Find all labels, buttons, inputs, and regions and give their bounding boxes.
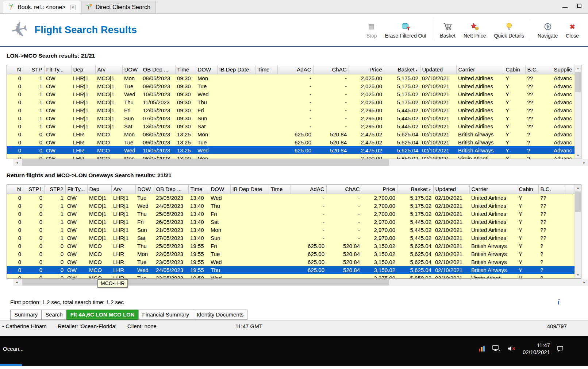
close-button[interactable]: ✖ Close	[562, 22, 583, 39]
result-row[interactable]: 001OWMCO|1LHR|1Tue23/05/202313:40Wed--2,…	[7, 194, 574, 202]
network-icon[interactable]	[492, 345, 501, 352]
scroll-up-icon[interactable]: ▲	[575, 65, 581, 71]
column-header-price[interactable]: Price	[349, 65, 384, 74]
column-header-basket[interactable]: Basket▼	[384, 65, 420, 74]
scroll-down-icon[interactable]: ▼	[575, 272, 581, 278]
result-row[interactable]: 000OWMCOLHRTue23/05/202319:55Wed625.0052…	[7, 258, 574, 266]
scroll-left-icon[interactable]: ◄	[13, 159, 20, 166]
column-header-price[interactable]: Price	[362, 185, 397, 194]
column-header-n[interactable]: N	[7, 65, 23, 74]
scroll-right-icon[interactable]: ►	[581, 159, 588, 166]
column-header-arv[interactable]: Arv	[111, 185, 135, 194]
tab-summary[interactable]: Summary	[10, 310, 42, 320]
chart-tray-icon[interactable]	[478, 345, 485, 352]
scrollbar-thumb[interactable]	[22, 159, 389, 166]
column-header-n[interactable]: N	[7, 185, 23, 194]
column-header-dow[interactable]: DOW	[196, 65, 217, 74]
minimize-button[interactable]	[562, 4, 568, 8]
result-row[interactable]: 00OWLHRMCOMon08/05/202313:25Mon625.00520…	[7, 130, 574, 138]
action-center-icon[interactable]	[557, 345, 564, 352]
column-header-chac[interactable]: ChAC	[326, 185, 362, 194]
column-header-dow[interactable]: DOW	[209, 185, 230, 194]
column-header-time[interactable]: Time	[255, 65, 277, 74]
column-header-cabin[interactable]: Cabin	[517, 185, 538, 194]
column-header-basket[interactable]: Basket▼	[397, 185, 433, 194]
column-header-time[interactable]: Time	[269, 185, 291, 194]
column-header-flt-ty-[interactable]: Flt Ty...	[44, 65, 71, 74]
column-header-carrier[interactable]: Carrier	[469, 185, 517, 194]
column-header-dow[interactable]: DOW	[135, 185, 154, 194]
column-header-cabin[interactable]: Cabin	[504, 65, 525, 74]
column-header-adac[interactable]: AdAC	[277, 65, 313, 74]
taskbar-clock[interactable]: 11:47 02/10/2021	[523, 342, 550, 356]
tab-financial-summary[interactable]: Financial Summary	[138, 310, 193, 320]
tab-direct-clients-search[interactable]: Direct Clients Search	[81, 1, 155, 13]
scrollbar-thumb[interactable]	[575, 72, 581, 92]
basket-button[interactable]: Basket	[436, 22, 460, 39]
erase-filtered-out-button[interactable]: Erase Filtered Out	[381, 22, 431, 39]
column-header-flt-ty-[interactable]: Flt Ty...	[65, 185, 87, 194]
column-header-ib-dep-date[interactable]: IB Dep Date	[217, 65, 255, 74]
result-row[interactable]: 001OWMCO|1LHR|1Sat27/05/202313:40Sun--2,…	[7, 234, 574, 242]
result-row[interactable]: 000OWMCOLHRTue23/05/202319:50Wed--3,375.…	[7, 274, 574, 278]
result-row[interactable]: 00OWLHRMCOWed10/05/202313:25Wed625.00520…	[7, 146, 574, 154]
result-row[interactable]: 00OWLHRMCOMon08/05/202313:00Mon--2,700.0…	[7, 154, 574, 159]
scroll-right-icon[interactable]: ►	[581, 279, 588, 286]
tab-flight-results[interactable]: Flt 4A,6C LON MCO LON	[66, 310, 139, 320]
column-header-ob-dep-[interactable]: OB Dep ...	[154, 185, 188, 194]
horizontal-scrollbar[interactable]: ◄ ►	[13, 159, 588, 166]
column-header-updated[interactable]: Updated	[420, 65, 456, 74]
column-header-stp[interactable]: STP	[23, 65, 44, 74]
result-row[interactable]: 01OWLHR|1MCO|1Tue09/05/202309:30Tue--2,0…	[7, 82, 574, 90]
taskbar-app-button[interactable]: Ocean...	[0, 341, 24, 357]
column-header-dep[interactable]: Dep	[87, 185, 111, 194]
column-header-dow[interactable]: DOW	[122, 65, 141, 74]
result-row[interactable]: 001OWMCO|1LHR|1Thu25/05/202313:40Fri--2,…	[7, 210, 574, 218]
result-row[interactable]: 001OWMCO|1LHR|1Wed24/05/202313:40Thu--2,…	[7, 202, 574, 210]
tab-close-icon[interactable]: ✕	[70, 5, 76, 10]
volume-muted-icon[interactable]	[507, 345, 516, 352]
column-header-stp1[interactable]: STP1	[23, 185, 44, 194]
column-header-time[interactable]: Time	[175, 65, 196, 74]
result-row[interactable]: 01OWLHR|1MCO|1Sat13/05/202309:30Sat--2,2…	[7, 122, 574, 130]
vertical-scrollbar[interactable]: ▲ ▼	[574, 65, 581, 159]
quick-details-button[interactable]: Quick Details	[490, 22, 528, 39]
maximize-button[interactable]	[577, 4, 581, 8]
column-header-b-c-[interactable]: B.C.	[525, 65, 552, 74]
column-header-ib-dep-date[interactable]: IB Dep Date	[230, 185, 269, 194]
nett-price-button[interactable]: Nett Price	[460, 22, 490, 39]
navigate-button[interactable]: Navigate	[534, 22, 562, 39]
result-row[interactable]: 01OWLHR|1MCO|1Wed10/05/202309:30Wed--2,0…	[7, 90, 574, 98]
result-row[interactable]: 00OWLHRMCOTue09/05/202313:25Tue625.00520…	[7, 138, 574, 146]
column-header-b-c-[interactable]: B.C.	[538, 185, 565, 194]
column-header-time[interactable]: Time	[188, 185, 209, 194]
column-header-carrier[interactable]: Carrier	[456, 65, 504, 74]
result-row[interactable]: 01OWLHR|1MCO|1Thu11/05/202309:30Thu--2,0…	[7, 98, 574, 106]
result-row[interactable]: 01OWLHR|1MCO|1Mon08/05/202309:30Mon--2,0…	[7, 74, 574, 82]
scrollbar-thumb[interactable]	[575, 191, 581, 212]
result-row[interactable]: 000OWMCOLHRMon22/05/202319:55Tue625.0052…	[7, 250, 574, 258]
column-header-arv[interactable]: Arv	[95, 65, 122, 74]
tab-search[interactable]: Search	[41, 310, 67, 320]
column-header-ob-dep-[interactable]: OB Dep ...	[141, 65, 175, 74]
tab-identity-documents[interactable]: Identity Documents	[193, 310, 247, 320]
result-row[interactable]: 001OWMCO|1LHR|1Fri26/05/202313:40Sat--2,…	[7, 218, 574, 226]
scroll-down-icon[interactable]: ▼	[575, 152, 581, 159]
info-icon[interactable]: i	[557, 298, 560, 306]
column-header-dep[interactable]: Dep	[71, 65, 95, 74]
column-header-blank[interactable]	[565, 185, 574, 194]
column-header-updated[interactable]: Updated	[433, 185, 469, 194]
result-row[interactable]: 001OWMCO|1LHR|1Sun21/05/202313:40Mon--2,…	[7, 226, 574, 234]
column-header-stp2[interactable]: STP2	[44, 185, 65, 194]
column-header-chac[interactable]: ChAC	[313, 65, 349, 74]
result-row[interactable]: 01OWLHR|1MCO|1Fri12/05/202309:30Fri--2,2…	[7, 106, 574, 114]
scroll-left-icon[interactable]: ◄	[13, 279, 20, 286]
result-row[interactable]: 01OWLHR|1MCO|1Sun07/05/202309:30Sun--2,2…	[7, 114, 574, 122]
scrollbar-thumb[interactable]	[22, 279, 389, 286]
vertical-scrollbar[interactable]: ▲ ▼	[574, 185, 581, 278]
scroll-up-icon[interactable]: ▲	[575, 185, 581, 191]
result-row[interactable]: 000OWMCOLHRThu25/05/202319:55Fri625.0052…	[7, 242, 574, 250]
tab-booking-ref[interactable]: Book. ref.: <none> ✕	[3, 1, 81, 13]
column-header-adac[interactable]: AdAC	[291, 185, 326, 194]
column-header-supplie[interactable]: Supplie	[552, 65, 574, 74]
